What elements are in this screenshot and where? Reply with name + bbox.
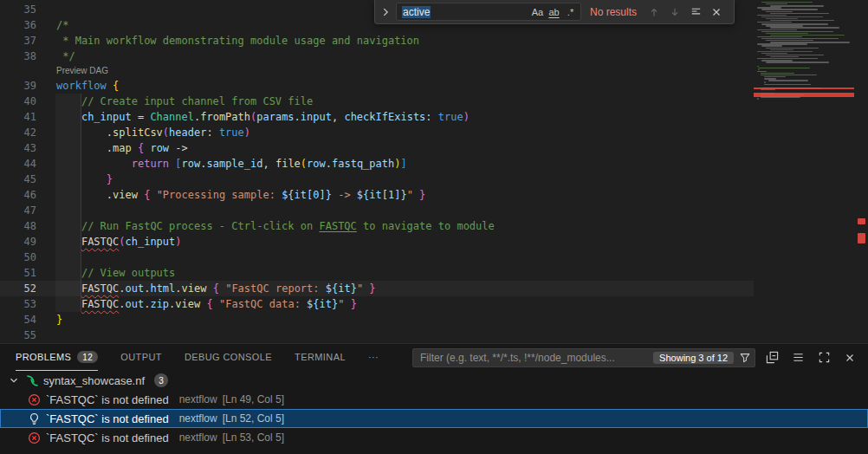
code-text: /* [48, 17, 68, 33]
line-number: 50 [0, 250, 48, 265]
find-input[interactable]: active Aa ab .* [396, 3, 581, 21]
line-number: 48 [0, 218, 48, 234]
code-text: * Main workflow demonstrating module usa… [48, 33, 419, 49]
showing-count-badge: Showing 3 of 12 [653, 352, 734, 364]
problem-row[interactable]: `FASTQC` is not definednextflow[Ln 53, C… [0, 428, 868, 447]
view-as-table-button[interactable] [788, 348, 807, 367]
code-token: . [119, 298, 125, 310]
minimap-line [758, 68, 810, 68]
minimap-line [764, 81, 766, 82]
panel-tab-output[interactable]: OUTPUT [120, 344, 162, 371]
code-token: . [56, 189, 113, 201]
code-token: to navigate to module [357, 220, 495, 232]
code-token: FASTQC [81, 236, 119, 248]
minimap-line [757, 15, 787, 16]
regex-toggle[interactable]: .* [562, 4, 579, 19]
problem-message: `FASTQC` is not defined [46, 412, 169, 425]
code-line: 55 [0, 328, 754, 343]
code-token: ( [163, 126, 169, 139]
code-line: 46 .view { "Processing sample: ${it[0]} … [0, 187, 754, 203]
close-find-icon[interactable] [708, 3, 725, 21]
code-token: return [132, 158, 169, 170]
code-text: } [48, 172, 113, 187]
code-token: , [332, 111, 344, 123]
code-token: header [169, 126, 206, 139]
code-token [150, 189, 156, 201]
code-line: 43 .map { row -> [0, 140, 754, 156]
code-line: 53 FASTQC.out.zip.view { "FastQC data: $… [0, 296, 754, 312]
code-token: /* [56, 19, 68, 31]
code-lines-container: 3536/*37 * Main workflow demonstrating m… [0, 2, 754, 343]
code-token: true [438, 111, 463, 123]
line-number: 47 [0, 203, 48, 218]
code-text: .view { "Processing sample: ${it[0]} -> … [48, 187, 425, 203]
next-match-button[interactable] [666, 3, 683, 21]
previous-match-button[interactable] [645, 3, 663, 21]
minimap-line [757, 71, 767, 72]
line-number: 52 [0, 281, 48, 296]
line-number: 37 [0, 33, 48, 49]
panel-header: PROBLEMS12OUTPUTDEBUG CONSOLETERMINAL···… [0, 344, 868, 371]
problem-row[interactable]: `FASTQC` is not definednextflow[Ln 52, C… [0, 409, 868, 428]
code-line: 40 // Create input channel from CSV file [0, 94, 754, 109]
problem-source: nextflow [179, 412, 217, 425]
close-panel-button[interactable] [840, 348, 859, 367]
code-token: fastq_path [332, 158, 394, 170]
code-token [344, 298, 350, 310]
panel-tab-problems[interactable]: PROBLEMS12 [16, 344, 98, 371]
code-token: } [351, 298, 357, 310]
find-in-selection-icon[interactable] [687, 3, 704, 21]
code-token: { [213, 282, 219, 295]
code-line: 47 [0, 203, 754, 218]
code-text: ch_input = Channel.fromPath(params.input… [48, 109, 470, 125]
problem-source: nextflow [179, 431, 217, 444]
problem-row[interactable]: `FASTQC` is not definednextflow[Ln 49, C… [0, 390, 868, 409]
problems-file-group[interactable]: syntax_showcase.nf 3 [0, 371, 868, 390]
code-token [132, 142, 138, 154]
code-token: ${it[1]} [357, 189, 407, 201]
code-line: 41 ch_input = Channel.fromPath(params.in… [0, 109, 754, 125]
code-token: } [419, 189, 425, 201]
problem-source: nextflow [179, 393, 217, 405]
minimap-line [757, 51, 813, 52]
code-token [56, 282, 81, 295]
panel-tab-terminal[interactable]: TERMINAL [295, 344, 346, 371]
problems-filter-input[interactable]: Filter (e.g. text, **/*.ts, !**/node_mod… [412, 348, 755, 367]
panel-tab-more-actions[interactable]: ··· [368, 344, 379, 371]
code-token: "FastQC report: [225, 282, 326, 295]
toggle-replace-icon[interactable] [379, 3, 392, 21]
whole-word-toggle[interactable]: ab [546, 4, 562, 19]
codelens-preview-dag[interactable]: Preview DAG [0, 64, 754, 78]
code-token: out [126, 282, 145, 295]
code-token [56, 220, 81, 232]
panel-tab-debug-console[interactable]: DEBUG CONSOLE [185, 344, 272, 371]
minimap-line [757, 66, 759, 67]
code-line: 45 } [0, 172, 754, 187]
code-token: . [56, 142, 113, 154]
code-text: } [48, 312, 62, 328]
panel-tab-label: TERMINAL [295, 352, 346, 362]
filter-icon[interactable] [739, 352, 751, 364]
line-number: 41 [0, 109, 48, 125]
code-token: . [56, 126, 113, 139]
minimap-line [768, 80, 808, 81]
code-token: // View outputs [81, 267, 175, 279]
minimap[interactable] [754, 0, 854, 343]
scrollbar-overview-ruler[interactable] [854, 0, 868, 343]
find-widget: active Aa ab .* No results [374, 0, 735, 24]
problem-location: [Ln 49, Col 5] [223, 393, 284, 405]
minimap-line [766, 11, 793, 12]
code-token: "FastQC data: [219, 298, 307, 310]
code-line: 44 return [row.sample_id, file(row.fastq… [0, 156, 754, 172]
code-editor[interactable]: 3536/*37 * Main workflow demonstrating m… [0, 0, 868, 343]
match-case-toggle[interactable]: Aa [529, 4, 546, 19]
problem-message: `FASTQC` is not defined [46, 431, 169, 444]
overview-error-mark [858, 237, 865, 243]
collapse-all-button[interactable] [762, 348, 781, 367]
code-text: */ [48, 49, 75, 64]
code-text [48, 2, 56, 17]
line-number: 38 [0, 49, 48, 64]
panel-tab-label: OUTPUT [120, 352, 162, 362]
chevron-down-icon [7, 374, 21, 386]
maximize-panel-button[interactable] [814, 348, 833, 367]
